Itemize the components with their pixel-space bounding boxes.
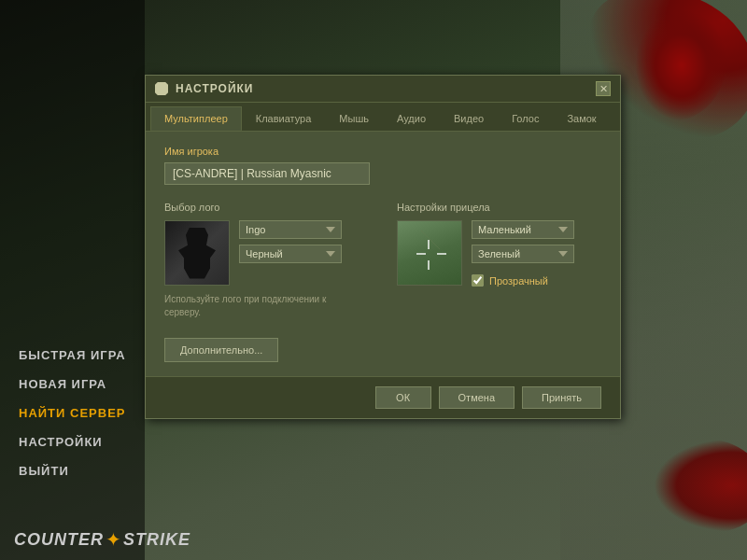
svg-line-4: [421, 231, 440, 249]
dialog-titlebar: НАСТРОЙКИ ✕: [146, 76, 620, 103]
tab-keyboard[interactable]: Клавиатура: [242, 106, 326, 131]
crosshair-transparent-checkbox[interactable]: [472, 274, 484, 287]
tab-voice[interactable]: Голос: [498, 106, 553, 131]
crosshair-size-select[interactable]: Маленький Средний Большой: [472, 220, 574, 239]
game-logo: COUNTER ✦ STRIKE: [14, 528, 190, 551]
crosshair-picker: Маленький Средний Большой Зеленый Красны…: [397, 220, 601, 287]
logo-strike-text: STRIKE: [123, 530, 190, 550]
player-name-label: Имя игрока: [164, 146, 601, 157]
apply-button[interactable]: Принять: [522, 386, 601, 409]
crosshair-color-select[interactable]: Зеленый Красный Синий: [472, 245, 574, 263]
settings-dialog: НАСТРОЙКИ ✕ Мультиплеер Клавиатура Мышь …: [145, 75, 621, 419]
tab-mouse[interactable]: Мышь: [325, 106, 383, 131]
blood-splatter-bottom-right: [654, 439, 747, 532]
logo-dropdowns: Ingo Option2 Черный Option2: [239, 220, 342, 263]
tab-audio[interactable]: Аудио: [383, 106, 440, 131]
advanced-button[interactable]: Дополнительно...: [164, 338, 278, 362]
crosshair-transparent-label: Прозрачный: [489, 275, 548, 287]
logo-icon: ✦: [106, 528, 121, 551]
logo-style-select[interactable]: Ingo Option2: [239, 220, 342, 239]
crosshair-image: [398, 221, 461, 285]
tab-lock[interactable]: Замок: [553, 106, 610, 131]
svg-rect-2: [416, 253, 426, 255]
cancel-button[interactable]: Отмена: [439, 386, 514, 409]
svg-rect-1: [428, 260, 430, 270]
logo-silhouette: [178, 228, 216, 279]
crosshair-section-label: Настройки прицела: [397, 202, 601, 213]
ok-button[interactable]: ОК: [375, 386, 431, 409]
dialog-title-left: НАСТРОЙКИ: [155, 82, 253, 95]
tab-video[interactable]: Видео: [440, 106, 498, 131]
logo-preview: [164, 220, 230, 286]
dialog-title: НАСТРОЙКИ: [176, 82, 253, 95]
svg-rect-0: [428, 240, 430, 249]
dialog-footer: ОК Отмена Принять: [146, 376, 620, 418]
logo-counter-text: COUNTER: [14, 530, 104, 550]
logo-section: Выбор лого Ingo Option2 Черный: [164, 202, 369, 319]
sidebar-item-newgame[interactable]: НОВАЯ ИГРА: [0, 370, 145, 399]
player-name-input[interactable]: [164, 162, 370, 185]
logo-section-label: Выбор лого: [164, 202, 369, 213]
crosshair-preview: [397, 220, 462, 286]
sidebar-item-quit[interactable]: ВЫЙТИ: [0, 456, 145, 485]
sidebar-item-findserver[interactable]: НАЙТИ СЕРВЕР: [0, 399, 145, 427]
logo-picker: Ingo Option2 Черный Option2: [164, 220, 369, 286]
svg-rect-3: [437, 253, 446, 255]
tab-multiplayer[interactable]: Мультиплеер: [150, 106, 242, 131]
dialog-tabs: Мультиплеер Клавиатура Мышь Аудио Видео …: [146, 103, 620, 132]
sidebar: БЫСТРАЯ ИГРА НОВАЯ ИГРА НАЙТИ СЕРВЕР НАС…: [0, 0, 145, 560]
two-column-section: Выбор лого Ingo Option2 Черный: [164, 202, 601, 319]
crosshair-section: Настройки прицела: [397, 202, 601, 319]
crosshair-dropdowns: Маленький Средний Большой Зеленый Красны…: [472, 220, 574, 287]
dialog-close-button[interactable]: ✕: [596, 81, 611, 96]
crosshair-transparent-row: Прозрачный: [472, 274, 574, 287]
logo-color-select[interactable]: Черный Option2: [239, 245, 342, 263]
dialog-content: Имя игрока Выбор лого Ingo Option2: [146, 132, 620, 376]
dialog-icon: [155, 82, 168, 95]
logo-note: Используйте лого при подключении к серве…: [164, 293, 342, 319]
logo-image: [165, 221, 229, 285]
sidebar-item-settings[interactable]: НАСТРОЙКИ: [0, 427, 145, 456]
sidebar-item-quickplay[interactable]: БЫСТРАЯ ИГРА: [0, 341, 145, 370]
